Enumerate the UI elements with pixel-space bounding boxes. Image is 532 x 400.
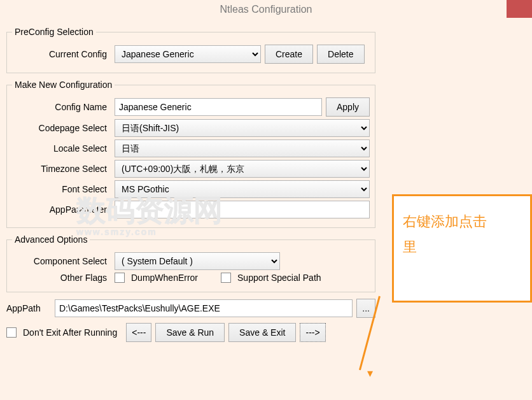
apply-button[interactable]: Apply <box>326 97 370 117</box>
callout-text-2: 里 <box>403 234 521 260</box>
next-button[interactable]: ---> <box>300 323 325 342</box>
locale-select[interactable]: 日语 <box>115 139 370 157</box>
current-config-select[interactable]: Japanese Generic <box>115 45 261 63</box>
prev-button[interactable]: <--- <box>126 323 151 342</box>
timezone-select[interactable]: (UTC+09:00)大阪，札幌，东京 <box>115 160 370 178</box>
apppath-input[interactable] <box>55 299 353 317</box>
support-checkbox[interactable] <box>221 273 231 283</box>
callout-arrowhead-icon: ▾ <box>367 366 373 380</box>
window-title: Ntleas Configuration <box>220 4 312 15</box>
codepage-label: Codepage Select <box>12 123 111 133</box>
callout-text-1: 右键添加点击 <box>403 209 521 234</box>
config-name-input[interactable] <box>115 98 322 116</box>
flags-label: Other Flags <box>12 273 111 283</box>
preconfig-legend: PreConfig Selection <box>12 27 96 37</box>
component-label: Component Select <box>12 256 111 266</box>
support-label: Support Special Path <box>237 273 321 283</box>
dont-exit-checkbox[interactable] <box>6 327 17 338</box>
appparam-label: AppParameter <box>12 204 111 215</box>
current-config-label: Current Config <box>12 49 111 59</box>
makenew-legend: Make New Configuration <box>12 80 115 90</box>
timezone-label: Timezone Select <box>12 164 111 174</box>
advanced-legend: Advanced Options <box>12 234 90 245</box>
font-label: Font Select <box>12 184 111 194</box>
appparam-input[interactable] <box>115 201 370 218</box>
create-button[interactable]: Create <box>265 45 313 64</box>
delete-button[interactable]: Delete <box>317 45 364 64</box>
font-select[interactable]: MS PGothic <box>115 180 370 198</box>
window-body: PreConfig Selection Current Config Japan… <box>0 19 382 347</box>
browse-button[interactable]: ... <box>356 299 375 318</box>
preconfig-group: PreConfig Selection Current Config Japan… <box>6 27 375 73</box>
config-name-label: Config Name <box>12 102 111 112</box>
dont-exit-label: Don't Exit After Running <box>23 327 117 338</box>
locale-label: Locale Select <box>12 143 111 154</box>
apppath-label: AppPath <box>6 303 51 313</box>
codepage-select[interactable]: 日语(Shift-JIS) <box>115 119 370 137</box>
save-run-button[interactable]: Save & Run <box>155 323 225 342</box>
dump-label: DumpWhenError <box>131 273 198 283</box>
annotation-callout: 右键添加点击 里 <box>392 194 532 303</box>
titlebar: Ntleas Configuration <box>0 0 532 19</box>
close-icon[interactable] <box>507 0 532 18</box>
dump-checkbox[interactable] <box>115 273 125 283</box>
makenew-group: Make New Configuration Config Name Apply… <box>6 80 375 228</box>
component-select[interactable]: ( System Default ) <box>115 252 280 270</box>
save-exit-button[interactable]: Save & Exit <box>228 323 296 342</box>
advanced-group: Advanced Options Component Select ( Syst… <box>6 234 375 292</box>
